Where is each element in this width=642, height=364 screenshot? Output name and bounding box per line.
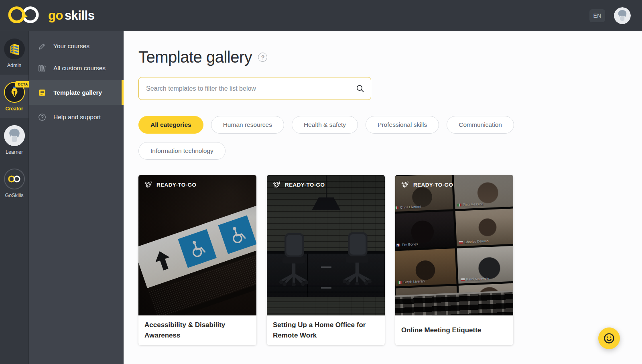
- pendant-lamp: [326, 175, 327, 198]
- language-button[interactable]: EN: [589, 9, 605, 22]
- sidebar-item-label: Your courses: [53, 43, 89, 50]
- logo-go: go: [48, 8, 63, 22]
- main-content: Template gallery ? All categories Human …: [124, 31, 642, 364]
- rail-item-goskills[interactable]: GoSkills: [0, 161, 28, 205]
- page-title-text: Template gallery: [138, 48, 252, 66]
- rocket-icon: [144, 180, 153, 189]
- wood-floor: [267, 286, 385, 315]
- template-card-home-office[interactable]: READY-TO-GO Setting Up a Home Office for…: [267, 175, 385, 345]
- library-icon: [38, 64, 47, 72]
- user-avatar[interactable]: [614, 7, 631, 24]
- topbar-right: EN: [589, 7, 631, 24]
- card-footer: Setting Up a Home Office for Remote Work: [267, 315, 385, 345]
- participant-name: Steph Liverani: [403, 279, 425, 284]
- ready-to-go-badge: READY-TO-GO: [144, 180, 196, 189]
- laptop-screen: Chris Liverani Pina Messina Tim Bones Ch…: [395, 175, 513, 297]
- sidebar-item-template-gallery[interactable]: Template gallery: [29, 80, 124, 105]
- category-pill-health-safety[interactable]: Health & safety: [292, 116, 358, 134]
- participant-flag: [396, 243, 400, 246]
- pencil-icon: [38, 42, 47, 50]
- wheelchair-symbol: [178, 229, 217, 268]
- card-image-accessibility-sign: READY-TO-GO: [138, 175, 256, 315]
- category-pill-all-categories[interactable]: All categories: [138, 116, 203, 134]
- search-icon[interactable]: [356, 84, 365, 95]
- card-image-video-call: Chris Liverani Pina Messina Tim Bones Ch…: [395, 175, 513, 315]
- logo-wordmark: goskills: [48, 8, 94, 23]
- sidebar-item-label: Template gallery: [53, 89, 102, 96]
- up-arrow-glyph: [150, 248, 175, 273]
- sidebar-item-help-and-support[interactable]: Help and support: [29, 106, 124, 128]
- card-title: Accessibility & Disability Awareness: [144, 320, 250, 341]
- card-footer: Online Meeting Etiquette: [395, 315, 513, 345]
- participant-name: Tim Bones: [402, 242, 418, 247]
- category-pill-professional-skills[interactable]: Professional skills: [366, 116, 439, 134]
- template-card-online-meeting[interactable]: Chris Liverani Pina Messina Tim Bones Ch…: [395, 175, 513, 345]
- participant-flag: [460, 278, 464, 281]
- goskills-rail-icon: [4, 169, 25, 189]
- rail-label-learner: Learner: [6, 149, 23, 155]
- card-footer: Accessibility & Disability Awareness: [138, 315, 256, 345]
- rocket-icon: [272, 180, 281, 189]
- template-search: [138, 77, 371, 100]
- learner-icon: [4, 125, 25, 146]
- rail-label-goskills: GoSkills: [5, 193, 24, 198]
- office-chair: [340, 231, 374, 285]
- search-input[interactable]: [138, 77, 371, 100]
- participant-flag: [395, 206, 398, 209]
- title-help-icon[interactable]: ?: [258, 53, 267, 62]
- rail-label-admin: Admin: [7, 63, 21, 68]
- template-card-accessibility[interactable]: READY-TO-GO Accessibility & Disability A…: [138, 175, 256, 345]
- sidebar-item-all-custom-courses[interactable]: All custom courses: [29, 57, 124, 79]
- creator-sidebar: Your courses All custom courses: [29, 31, 124, 364]
- ready-to-go-badge: READY-TO-GO: [272, 180, 325, 189]
- rail-item-admin[interactable]: Admin: [0, 31, 28, 75]
- category-pill-human-resources[interactable]: Human resources: [211, 116, 284, 134]
- card-image-home-office: READY-TO-GO: [267, 175, 385, 315]
- participant-flag: [457, 203, 461, 206]
- left-rail: Admin BETA Creator: [0, 31, 29, 364]
- ready-to-go-label: READY-TO-GO: [285, 182, 325, 188]
- laptop-keyboard: [395, 290, 513, 315]
- participant-name: Chris Liverani: [400, 205, 421, 209]
- rail-item-creator[interactable]: BETA Creator: [0, 75, 28, 118]
- logo-skills: skills: [65, 8, 95, 22]
- card-title: Online Meeting Etiquette: [401, 325, 481, 336]
- document-icon: [38, 89, 47, 97]
- sidebar-item-label: Help and support: [53, 114, 101, 121]
- sidebar-item-your-courses[interactable]: Your courses: [29, 35, 124, 57]
- video-tile: [458, 283, 513, 315]
- card-title: Setting Up a Home Office for Remote Work: [273, 320, 379, 341]
- video-tile: Tim Bones: [395, 211, 455, 249]
- help-circle-icon: [38, 113, 47, 121]
- template-card-grid: READY-TO-GO Accessibility & Disability A…: [138, 175, 642, 345]
- participant-name: Karol Majewski: [466, 276, 489, 281]
- admin-icon: [4, 39, 25, 59]
- smiley-icon: [603, 332, 616, 345]
- ready-to-go-label: READY-TO-GO: [156, 182, 196, 188]
- category-filter-bar: All categories Human resources Health & …: [138, 116, 540, 160]
- goskills-infinity-icon: [6, 4, 43, 27]
- participant-flag: [398, 281, 402, 283]
- page-title: Template gallery ?: [138, 48, 642, 66]
- participant-name: Pina Messina: [463, 202, 483, 207]
- accessibility-sign-graphic: [138, 201, 256, 315]
- office-chair: [276, 232, 311, 286]
- rail-item-learner[interactable]: Learner: [0, 118, 28, 161]
- video-tile: Pina Messina: [453, 175, 513, 209]
- video-tile: Karol Majewski: [457, 246, 513, 284]
- feedback-chat-button[interactable]: [598, 327, 620, 349]
- goskills-app: goskills EN: [0, 0, 642, 364]
- topbar: goskills EN: [0, 0, 642, 31]
- participant-flag: [459, 241, 463, 244]
- creator-icon: BETA: [4, 82, 25, 103]
- sidebar-item-label: All custom courses: [53, 65, 106, 72]
- beta-badge: BETA: [15, 81, 30, 87]
- video-tile: [396, 286, 458, 315]
- ready-to-go-badge: READY-TO-GO: [401, 180, 453, 189]
- category-pill-communication[interactable]: Communication: [447, 116, 514, 134]
- category-pill-information-technology[interactable]: Information technology: [138, 142, 226, 160]
- video-tile: Charles Deluvio: [455, 208, 513, 246]
- participant-name: Charles Deluvio: [464, 239, 488, 244]
- goskills-logo[interactable]: goskills: [6, 4, 94, 27]
- rocket-icon: [401, 180, 410, 189]
